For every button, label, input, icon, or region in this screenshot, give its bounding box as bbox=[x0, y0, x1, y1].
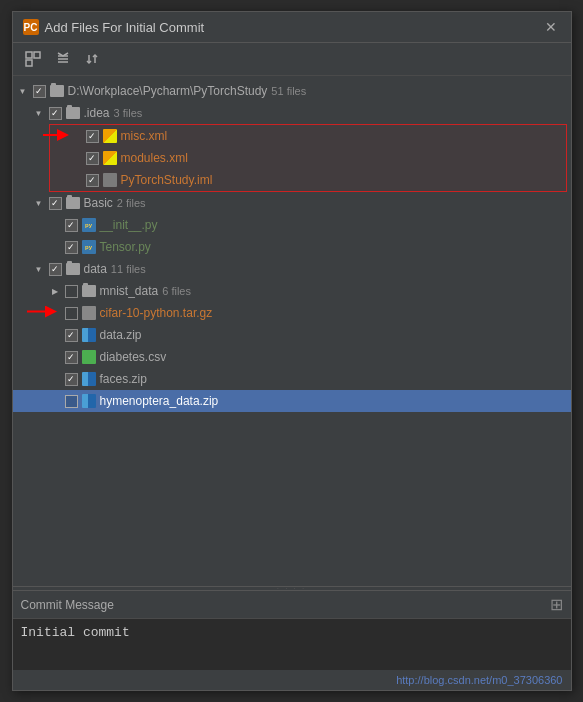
mnist-arrow bbox=[49, 285, 61, 297]
pytorchstudy-checkbox[interactable] bbox=[86, 174, 99, 187]
idea-folder-item[interactable]: .idea 3 files bbox=[13, 102, 571, 124]
data-folder-icon bbox=[66, 263, 80, 275]
diabetes-checkbox[interactable] bbox=[65, 351, 78, 364]
mnist-count: 6 files bbox=[162, 285, 191, 297]
mnist-item[interactable]: mnist_data 6 files bbox=[13, 280, 571, 302]
data-zip-checkbox[interactable] bbox=[65, 329, 78, 342]
commit-panel: Commit Message ⊞ Initial commit http://b… bbox=[13, 590, 571, 690]
data-count: 11 files bbox=[111, 263, 146, 275]
root-folder-icon bbox=[50, 85, 64, 97]
commit-options-button[interactable]: ⊞ bbox=[550, 595, 563, 614]
misc-checkbox[interactable] bbox=[86, 130, 99, 143]
toolbar bbox=[13, 43, 571, 76]
commit-footer-link: http://blog.csdn.net/m0_37306360 bbox=[396, 674, 562, 686]
title-bar: PC Add Files For Initial Commit ✕ bbox=[13, 12, 571, 43]
main-window: PC Add Files For Initial Commit ✕ bbox=[12, 11, 572, 691]
basic-folder-item[interactable]: Basic 2 files bbox=[13, 192, 571, 214]
data-folder-item[interactable]: data 11 files bbox=[13, 258, 571, 280]
diabetes-item[interactable]: diabetes.csv bbox=[13, 346, 571, 368]
hymenoptera-label: hymenoptera_data.zip bbox=[100, 394, 219, 408]
idea-folder-icon bbox=[66, 107, 80, 119]
modules-xml-icon bbox=[103, 151, 117, 165]
diabetes-csv-icon bbox=[82, 350, 96, 364]
mnist-checkbox[interactable] bbox=[65, 285, 78, 298]
data-checkbox[interactable] bbox=[49, 263, 62, 276]
hymenoptera-checkbox[interactable] bbox=[65, 395, 78, 408]
sort-button[interactable] bbox=[81, 47, 105, 71]
svg-rect-1 bbox=[34, 52, 40, 58]
svg-rect-0 bbox=[26, 52, 32, 58]
commit-footer: http://blog.csdn.net/m0_37306360 bbox=[13, 670, 571, 690]
modules-checkbox[interactable] bbox=[86, 152, 99, 165]
diabetes-label: diabetes.csv bbox=[100, 350, 167, 364]
title-bar-left: PC Add Files For Initial Commit bbox=[23, 19, 205, 35]
cifar-gz-icon bbox=[82, 306, 96, 320]
close-button[interactable]: ✕ bbox=[541, 18, 561, 36]
data-zip-icon bbox=[82, 328, 96, 342]
basic-label: Basic bbox=[84, 196, 113, 210]
file-tree[interactable]: D:\Workplace\Pycharm\PyTorchStudy 51 fil… bbox=[13, 76, 571, 586]
modules-xml-item[interactable]: modules.xml bbox=[50, 147, 566, 169]
modules-label: modules.xml bbox=[121, 151, 188, 165]
root-item[interactable]: D:\Workplace\Pycharm\PyTorchStudy 51 fil… bbox=[13, 80, 571, 102]
root-arrow bbox=[17, 85, 29, 97]
faces-checkbox[interactable] bbox=[65, 373, 78, 386]
tensor-label: Tensor.py bbox=[100, 240, 151, 254]
tensor-checkbox[interactable] bbox=[65, 241, 78, 254]
idea-checkbox[interactable] bbox=[49, 107, 62, 120]
init-checkbox[interactable] bbox=[65, 219, 78, 232]
misc-xml-icon bbox=[103, 129, 117, 143]
cifar-label: cifar-10-python.tar.gz bbox=[100, 306, 213, 320]
root-checkbox[interactable] bbox=[33, 85, 46, 98]
data-label: data bbox=[84, 262, 107, 276]
expand-all-button[interactable] bbox=[21, 47, 45, 71]
cifar-item[interactable]: cifar-10-python.tar.gz bbox=[13, 302, 571, 324]
init-py-item[interactable]: __init__.py bbox=[13, 214, 571, 236]
faces-zip-icon bbox=[82, 372, 96, 386]
mnist-label: mnist_data bbox=[100, 284, 159, 298]
pytorchstudy-iml-item[interactable]: PyTorchStudy.iml bbox=[50, 169, 566, 191]
idea-count: 3 files bbox=[114, 107, 143, 119]
data-arrow bbox=[33, 263, 45, 275]
cifar-checkbox[interactable] bbox=[65, 307, 78, 320]
commit-message-input[interactable]: Initial commit bbox=[13, 619, 571, 670]
faces-label: faces.zip bbox=[100, 372, 147, 386]
collapse-all-button[interactable] bbox=[51, 47, 75, 71]
data-zip-label: data.zip bbox=[100, 328, 142, 342]
tensor-py-item[interactable]: Tensor.py bbox=[13, 236, 571, 258]
mnist-folder-icon bbox=[82, 285, 96, 297]
app-icon: PC bbox=[23, 19, 39, 35]
tensor-py-icon bbox=[82, 240, 96, 254]
root-label: D:\Workplace\Pycharm\PyTorchStudy bbox=[68, 84, 268, 98]
misc-xml-item[interactable]: misc.xml bbox=[50, 125, 566, 147]
window-title: Add Files For Initial Commit bbox=[45, 20, 205, 35]
data-zip-item[interactable]: data.zip bbox=[13, 324, 571, 346]
hymenoptera-item[interactable]: hymenoptera_data.zip bbox=[13, 390, 571, 412]
idea-arrow bbox=[33, 107, 45, 119]
basic-checkbox[interactable] bbox=[49, 197, 62, 210]
basic-count: 2 files bbox=[117, 197, 146, 209]
idea-label: .idea bbox=[84, 106, 110, 120]
misc-label: misc.xml bbox=[121, 129, 168, 143]
init-label: __init__.py bbox=[100, 218, 158, 232]
pytorchstudy-iml-icon bbox=[103, 173, 117, 187]
pytorchstudy-label: PyTorchStudy.iml bbox=[121, 173, 213, 187]
commit-header-label: Commit Message bbox=[21, 598, 114, 612]
commit-header: Commit Message ⊞ bbox=[13, 591, 571, 619]
init-py-icon bbox=[82, 218, 96, 232]
basic-arrow bbox=[33, 197, 45, 209]
svg-rect-2 bbox=[26, 60, 32, 66]
faces-item[interactable]: faces.zip bbox=[13, 368, 571, 390]
root-count: 51 files bbox=[271, 85, 306, 97]
basic-folder-icon bbox=[66, 197, 80, 209]
hymenoptera-zip-icon bbox=[82, 394, 96, 408]
